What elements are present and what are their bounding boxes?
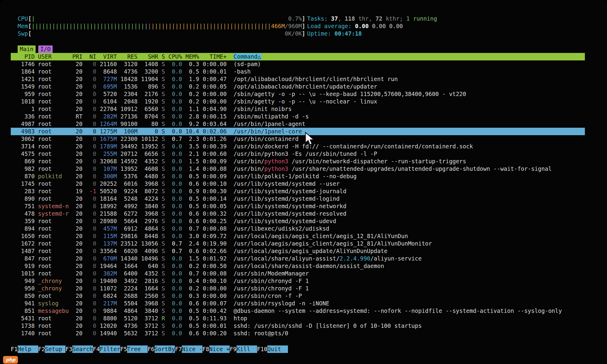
tab-io[interactable]: I/O	[38, 45, 53, 53]
column-header-mem[interactable]: MEM%	[182, 53, 199, 60]
column-header-pri[interactable]: PRI	[69, 53, 83, 60]
process-row[interactable]: 751systemd-ne2001899249923840S0.00.50:00…	[11, 202, 585, 210]
cell-s: S	[158, 262, 165, 270]
column-header-res[interactable]: RES	[117, 53, 138, 60]
process-row[interactable]: 4987root2001264M9010080S0.09.20:03.64/us…	[11, 120, 585, 128]
cell-pid: 959	[11, 90, 35, 98]
process-row[interactable]: 3714root2001789M3449213952S0.03.50:00.39…	[11, 143, 585, 150]
process-row[interactable]: 1746root2002116031201408S0.00.30:00.00(s…	[11, 60, 585, 68]
cell-user: root	[35, 113, 69, 120]
process-row[interactable]: 1650root200115M298168448S0.03.00:09.72/u…	[11, 232, 585, 240]
process-row[interactable]: 950_chrony2001107222241664S0.00.20:00.00…	[11, 285, 585, 292]
process-row[interactable]: 870polkitd200300M53764480S0.00.50:00.09/…	[11, 173, 585, 180]
cell-shr: 3968	[138, 300, 158, 307]
process-row[interactable]: 959root200572023042176S0.00.20:00.00/sbi…	[11, 90, 585, 98]
cell-shr: 3712	[138, 330, 158, 337]
cell-command: @dbus-daemon --system --address=systemd:…	[227, 307, 585, 315]
cell-res: 9224	[117, 188, 138, 195]
process-row[interactable]: 919root200194641664640S0.00.20:00.50/usr…	[11, 262, 585, 270]
cell-pri: 20	[69, 135, 83, 143]
cell-pri: 20	[69, 83, 83, 90]
tab-main[interactable]: Main	[18, 45, 36, 53]
column-header-user[interactable]: USER	[35, 53, 69, 60]
uptime-part: 00:47:18	[335, 30, 362, 37]
process-row[interactable]: 5431root200880051203712R0.00.50:11.93hto…	[11, 315, 585, 322]
cell-mem: 2.1	[182, 150, 199, 158]
column-header-s[interactable]: S	[158, 53, 165, 60]
cell-mem: 0.5	[182, 315, 199, 322]
cell-mem: 3.5	[182, 143, 199, 150]
function-key-f1[interactable]: F1Help	[11, 345, 38, 353]
process-row[interactable]: 3062root2001675M2230010112S0.72.30:01.26…	[11, 135, 585, 143]
command-part: python3	[264, 165, 288, 172]
process-row[interactable]: 1745root2002025260163968S0.00.60:00.10/u…	[11, 180, 585, 188]
process-row[interactable]: 949_chrony2001940034922816S0.00.40:00.10…	[11, 277, 585, 285]
process-row[interactable]: 941syslog200217M55043968S0.00.60:00.07/u…	[11, 300, 585, 307]
process-row[interactable]: 1549root200695M1536896S0.00.20:00.05/opt…	[11, 83, 585, 90]
cell-ni: 0	[83, 315, 96, 322]
process-row[interactable]: 478systemd-re2002158862723968S0.00.60:00…	[11, 210, 585, 217]
function-key-f4[interactable]: F4Filter	[93, 345, 121, 353]
function-key-f5[interactable]: F5Tree	[120, 345, 148, 353]
process-row[interactable]: 359root2002898056642976S0.00.60:00.25/us…	[11, 217, 585, 225]
cell-cpu: 0.0	[165, 180, 182, 188]
column-header-virt[interactable]: VIRT	[96, 53, 117, 60]
column-header-ni[interactable]: NI	[83, 53, 96, 60]
process-row[interactable]: 1018root200610420481920S0.00.20:00.00/sb…	[11, 98, 585, 105]
cell-mem: 9.2	[182, 120, 199, 128]
column-header-cmd[interactable]: Command△	[227, 53, 585, 60]
process-row[interactable]: 894root200457M69124864S0.00.70:00.08/usr…	[11, 225, 585, 232]
cell-virt: 382M	[96, 270, 117, 277]
cell-ni: 0	[83, 217, 96, 225]
function-key-action: Nice +	[209, 345, 230, 353]
process-row[interactable]: 1root20022704109126560S0.01.10:04.90/sbi…	[11, 105, 585, 113]
process-row[interactable]: 1015root200382M64004352S0.00.70:00.08/us…	[11, 270, 585, 277]
process-row[interactable]: 982root200107M139524608S0.01.40:00.08/us…	[11, 165, 585, 173]
function-key-action: Nice -	[182, 345, 202, 353]
process-row[interactable]: 847root200670M1434010496S0.01.50:01.92/u…	[11, 255, 585, 262]
command-part: /usr/sbin/rsyslogd -n -iNONE	[234, 300, 329, 307]
column-header-shr[interactable]: SHR	[138, 53, 158, 60]
process-row[interactable]: 1421root200727M1842811904S0.01.90:00.47/…	[11, 75, 585, 83]
cell-pid: 1015	[11, 270, 35, 277]
load-average-part: 0.00 0.00	[372, 23, 403, 29]
command-part: /opt/alibabacloud/hbrclient/client/hbrcl…	[234, 76, 398, 82]
process-row[interactable]: 869root20032068145924352S0.01.50:00.09/u…	[11, 158, 585, 165]
column-header-cpu[interactable]: CPU%	[165, 53, 182, 60]
column-header-pid[interactable]: PID	[11, 53, 35, 60]
cell-command: htop	[227, 315, 585, 322]
cell-pri: 20	[69, 217, 83, 225]
cell-command: /usr/lib/systemd/systemd --user	[227, 180, 585, 188]
function-key-f7[interactable]: F7Nice -	[175, 345, 202, 353]
meter-value-part: 466M	[271, 23, 285, 29]
column-header-time[interactable]: TIME+	[199, 53, 227, 60]
process-row[interactable]: 4575root200255M207126656S0.02.10:00.60/u…	[11, 150, 585, 158]
meter-close-bracket: ]	[302, 15, 305, 22]
cell-res: 4736	[117, 322, 138, 330]
process-row[interactable]: 1672root200137M2351213056S0.72.40:19.90/…	[11, 240, 585, 247]
cell-res: 5376	[117, 173, 138, 180]
function-key-f8[interactable]: F8Nice +	[202, 345, 230, 353]
function-key-f2[interactable]: F2Setup	[38, 345, 66, 353]
function-key-f9[interactable]: F9Kill	[230, 345, 257, 353]
function-key-f10[interactable]: F10Quit	[257, 345, 288, 353]
process-row[interactable]: 850root200682426882560S0.00.30:00.00/usr…	[11, 292, 585, 300]
cell-user: root	[35, 247, 69, 255]
process-row[interactable]: 851messagebus200988448643840S0.00.50:00.…	[11, 307, 585, 315]
process-row[interactable]: 1864root200864847363200S0.00.50:00.01-ba…	[11, 68, 585, 75]
function-key-f6[interactable]: F6SortBy	[148, 345, 175, 353]
cell-virt: 19464	[96, 262, 117, 270]
cell-res: 2224	[117, 285, 138, 292]
process-row[interactable]: 1487root2003356460204096S0.70.60:02.66/u…	[11, 247, 585, 255]
cell-command: /usr/bin/python3 /usr/share/unattended-u…	[227, 165, 585, 173]
process-row[interactable]: 1738root2001202047363712S0.00.50:00.01ss…	[11, 322, 585, 330]
process-row[interactable]: 4983root2001275M100M0S0.010.40:02.06/usr…	[11, 128, 585, 135]
process-row[interactable]: 283root19-15052092248072S0.00.90:00.30/u…	[11, 188, 585, 195]
cell-pid: 5431	[11, 315, 35, 322]
cell-pri: 20	[69, 173, 83, 180]
process-row[interactable]: 336rootRT0282M271368704S0.02.80:00.15/sb…	[11, 113, 585, 120]
process-row[interactable]: 890root2001816452484224S0.00.50:00.14/us…	[11, 195, 585, 202]
function-key-f3[interactable]: F3Search	[65, 345, 93, 353]
cell-command: sshd: root@pts/0	[227, 330, 585, 337]
process-row[interactable]: 1740root2001494056323712S0.00.60:00.20ss…	[11, 330, 585, 337]
